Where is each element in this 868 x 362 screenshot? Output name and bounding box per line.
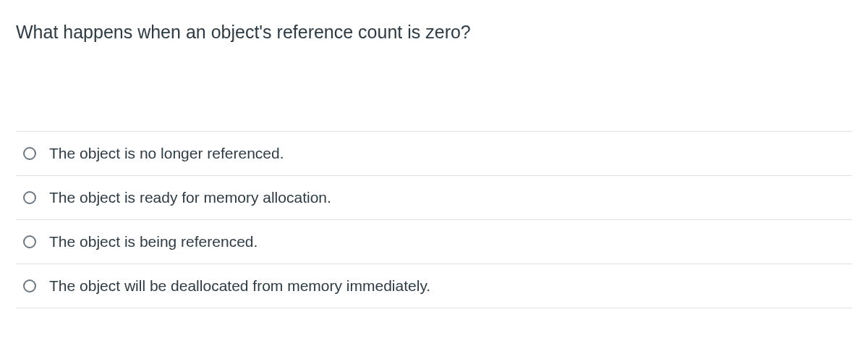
question-text: What happens when an object's reference … [16, 20, 852, 44]
option-label: The object is being referenced. [49, 233, 258, 251]
options-list: The object is no longer referenced. The … [16, 131, 852, 308]
option-row[interactable]: The object will be deallocated from memo… [16, 264, 852, 308]
radio-icon[interactable] [23, 191, 36, 204]
option-label: The object is ready for memory allocatio… [49, 189, 331, 206]
option-row[interactable]: The object is no longer referenced. [16, 132, 852, 176]
radio-icon[interactable] [23, 279, 36, 292]
option-row[interactable]: The object is being referenced. [16, 220, 852, 264]
option-row[interactable]: The object is ready for memory allocatio… [16, 176, 852, 220]
option-label: The object will be deallocated from memo… [49, 277, 430, 295]
option-label: The object is no longer referenced. [49, 145, 284, 162]
radio-icon[interactable] [23, 235, 36, 248]
radio-icon[interactable] [23, 147, 36, 160]
